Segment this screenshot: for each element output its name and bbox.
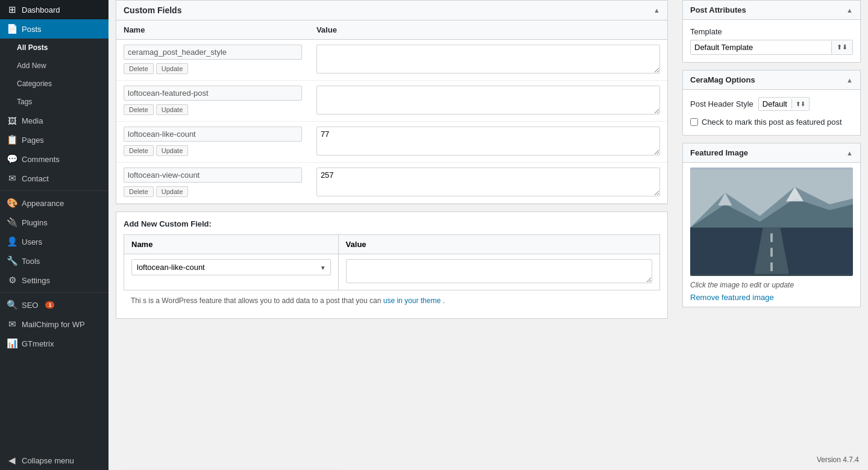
table-row: Delete Update [116, 40, 667, 81]
custom-fields-table: Name Value Delete Update [116, 20, 667, 204]
post-header-style-arrow-icon: ⬆⬇ [791, 99, 809, 109]
sidebar-item-categories[interactable]: Categories [0, 75, 108, 93]
add-new-table: Name Value — Select —ceramag_post_header… [124, 234, 660, 290]
sidebar-item-label: Plugins [22, 218, 48, 227]
sidebar-item-label: Pages [22, 136, 44, 145]
settings-icon: ⚙ [7, 275, 17, 285]
sidebar-item-pages[interactable]: 📋 Pages [0, 130, 108, 149]
collapse-label: Collapse menu [22, 456, 74, 465]
cf-actions-0: Delete Update [124, 63, 302, 74]
add-new-name-header: Name [124, 235, 339, 254]
sidebar-item-label: Tools [22, 257, 40, 266]
add-new-row: — Select —ceramag_post_header_stylelofto… [124, 254, 660, 290]
post-header-style-label: Post Header Style [690, 99, 753, 108]
gtmetrix-icon: 📊 [7, 339, 17, 348]
cf-value-input-1[interactable] [316, 86, 660, 114]
custom-fields-title: Custom Fields [124, 5, 181, 15]
cf-name-input-2[interactable] [124, 127, 302, 142]
custom-fields-header: Custom Fields ▲ [116, 1, 667, 20]
contact-icon: ✉ [7, 174, 17, 183]
tools-icon: 🔧 [7, 256, 17, 266]
cf-delete-button-1[interactable]: Delete [124, 104, 154, 115]
template-label: Template [690, 27, 853, 36]
cf-update-button-3[interactable]: Update [156, 186, 188, 197]
cf-value-input-0[interactable] [316, 45, 660, 74]
template-select[interactable]: Default Template [691, 40, 831, 54]
cf-description-suffix: . [442, 296, 444, 305]
sidebar-item-mailchimp[interactable]: ✉ MailChimp for WP [0, 315, 108, 334]
sidebar-item-seo[interactable]: 🔍 SEO 1 [0, 295, 108, 315]
cf-name-input-3[interactable] [124, 168, 302, 183]
table-row: Delete Update 77 [116, 122, 667, 163]
version-label: Version 4.7.4 [817, 456, 859, 464]
sidebar-item-contact[interactable]: ✉ Contact [0, 169, 108, 188]
cf-delete-button-3[interactable]: Delete [124, 186, 154, 197]
sidebar-item-dashboard[interactable]: ⊞ Dashboard [0, 0, 108, 19]
sidebar-item-settings[interactable]: ⚙ Settings [0, 271, 108, 290]
cf-update-button-2[interactable]: Update [156, 145, 188, 156]
featured-image-svg [690, 168, 853, 276]
cf-value-cell-3: 257 [309, 163, 667, 204]
sidebar-item-tags[interactable]: Tags [0, 93, 108, 111]
sidebar-item-appearance[interactable]: 🎨 Appearance [0, 193, 108, 213]
featured-image-box: Featured Image ▲ [682, 143, 861, 307]
appearance-icon: 🎨 [7, 198, 17, 208]
sidebar-item-label: MailChimp for WP [22, 320, 85, 329]
post-header-style-select[interactable]: Default [759, 98, 791, 110]
remove-featured-image-link[interactable]: Remove featured image [690, 293, 774, 302]
ceramag-options-toggle[interactable]: ▲ [846, 77, 853, 84]
collapse-menu-button[interactable]: ◀ Collapse menu [0, 451, 108, 470]
add-new-value-cell [338, 254, 659, 290]
svg-rect-6 [770, 248, 773, 257]
cf-name-input-0[interactable] [124, 45, 302, 60]
sidebar-item-comments[interactable]: 💬 Comments [0, 149, 108, 169]
featured-post-checkbox-row: Check to mark this post as featured post [690, 117, 853, 128]
right-panel: Post Attributes ▲ Template Default Templ… [675, 0, 868, 470]
ceramag-options-box: CeraMag Options ▲ Post Header Style Defa… [682, 70, 861, 136]
post-attributes-box: Post Attributes ▲ Template Default Templ… [682, 0, 861, 63]
cf-value-input-2[interactable]: 77 [316, 127, 660, 155]
sidebar-item-gtmetrix[interactable]: 📊 GTmetrix [0, 334, 108, 353]
sidebar-item-label: Tags [17, 98, 32, 106]
comments-icon: 💬 [7, 154, 17, 164]
cf-update-button-1[interactable]: Update [156, 104, 188, 115]
featured-image-toggle[interactable]: ▲ [846, 149, 853, 157]
template-select-arrow-icon: ⬆⬇ [831, 41, 852, 54]
name-dropdown-container: — Select —ceramag_post_header_stylelofto… [131, 259, 331, 275]
cf-actions-2: Delete Update [124, 145, 302, 156]
cf-value-cell-1 [309, 81, 667, 122]
sidebar-item-users[interactable]: 👤 Users [0, 232, 108, 251]
sidebar-item-plugins[interactable]: 🔌 Plugins [0, 213, 108, 232]
cf-name-cell-3: Delete Update [116, 163, 309, 204]
sidebar-item-tools[interactable]: 🔧 Tools [0, 251, 108, 271]
post-attributes-title: Post Attributes [690, 5, 746, 14]
cf-value-input-3[interactable]: 257 [316, 168, 660, 196]
sidebar-item-all-posts[interactable]: All Posts [0, 39, 108, 57]
sidebar-item-label: Settings [22, 276, 50, 285]
pages-icon: 📋 [7, 135, 17, 145]
cf-description-link[interactable]: use in your theme [383, 296, 441, 305]
sidebar-item-posts[interactable]: 📄 Posts [0, 19, 108, 39]
featured-post-checkbox[interactable] [690, 118, 698, 126]
cf-name-cell-1: Delete Update [116, 81, 309, 122]
cf-update-button-0[interactable]: Update [156, 63, 188, 74]
custom-fields-box: Custom Fields ▲ Name Value Delete [116, 0, 668, 204]
sidebar-item-media[interactable]: 🖼 Media [0, 111, 108, 130]
cf-delete-button-2[interactable]: Delete [124, 145, 154, 156]
sidebar-item-add-new[interactable]: Add New [0, 57, 108, 75]
post-attributes-toggle[interactable]: ▲ [846, 7, 853, 14]
cf-delete-button-0[interactable]: Delete [124, 63, 154, 74]
featured-image-hint: Click the image to edit or update [690, 281, 853, 289]
name-dropdown[interactable]: — Select —ceramag_post_header_stylelofto… [131, 259, 331, 275]
cf-name-cell-0: Delete Update [116, 40, 309, 81]
collapse-icon: ◀ [7, 456, 17, 465]
cf-name-input-1[interactable] [124, 86, 302, 101]
posts-icon: 📄 [7, 24, 17, 34]
sidebar-item-label: Dashboard [22, 5, 60, 14]
sidebar-item-label: Users [22, 237, 42, 246]
cf-actions-1: Delete Update [124, 104, 302, 115]
featured-image-thumbnail[interactable] [690, 168, 853, 276]
cf-value-header: Value [309, 20, 667, 40]
add-new-value-input[interactable] [346, 259, 652, 283]
custom-fields-toggle[interactable]: ▲ [653, 7, 660, 14]
